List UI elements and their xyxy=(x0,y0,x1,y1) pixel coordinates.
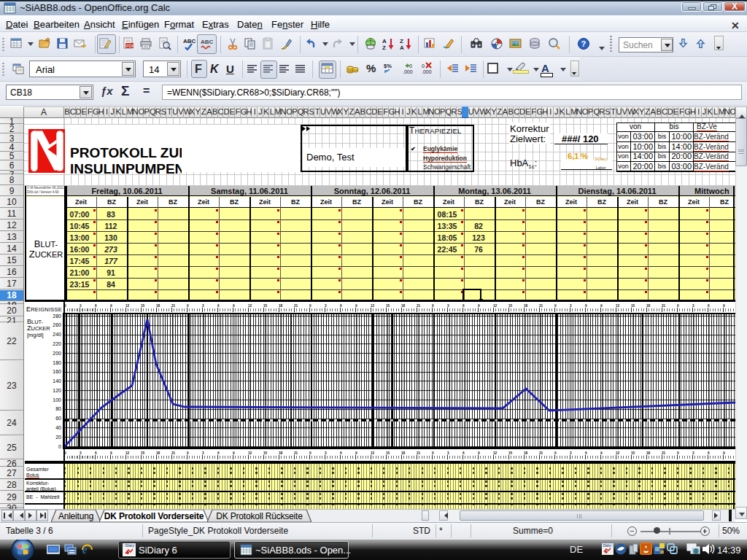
svg-text:Diary: Diary xyxy=(125,543,134,548)
svg-text:e: e xyxy=(82,545,87,556)
svg-text:Diary: Diary xyxy=(603,544,611,548)
